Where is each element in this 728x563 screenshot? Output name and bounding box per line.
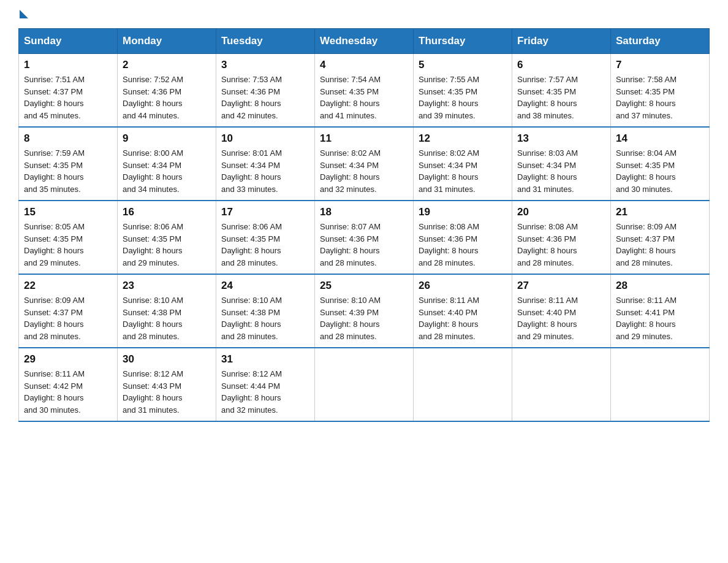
calendar-cell [611,348,710,421]
day-info: Sunrise: 8:02 AMSunset: 4:34 PMDaylight:… [419,148,479,194]
calendar-cell: 1 Sunrise: 7:51 AMSunset: 4:37 PMDayligh… [19,54,118,128]
calendar-cell: 17 Sunrise: 8:06 AMSunset: 4:35 PMDaylig… [216,201,315,274]
day-info: Sunrise: 7:55 AMSunset: 4:35 PMDaylight:… [419,75,479,120]
calendar-cell: 30 Sunrise: 8:12 AMSunset: 4:43 PMDaylig… [118,348,216,421]
calendar-cell: 5 Sunrise: 7:55 AMSunset: 4:35 PMDayligh… [414,54,512,128]
logo-triangle-icon [20,10,28,18]
calendar-cell [414,348,512,421]
calendar-cell: 8 Sunrise: 7:59 AMSunset: 4:35 PMDayligh… [19,127,118,201]
weekday-header-wednesday: Wednesday [315,29,414,54]
calendar-cell: 22 Sunrise: 8:09 AMSunset: 4:37 PMDaylig… [19,274,118,348]
day-info: Sunrise: 7:58 AMSunset: 4:35 PMDaylight:… [616,75,677,120]
day-info: Sunrise: 7:52 AMSunset: 4:36 PMDaylight:… [123,75,183,120]
day-info: Sunrise: 8:09 AMSunset: 4:37 PMDaylight:… [616,222,677,267]
day-number: 9 [123,132,211,145]
logo [18,12,28,18]
day-number: 21 [616,206,704,218]
day-info: Sunrise: 7:53 AMSunset: 4:36 PMDaylight:… [221,75,282,120]
header [18,12,710,18]
calendar-table: SundayMondayTuesdayWednesdayThursdayFrid… [18,28,710,422]
calendar-cell: 29 Sunrise: 8:11 AMSunset: 4:42 PMDaylig… [19,348,118,421]
calendar-cell: 12 Sunrise: 8:02 AMSunset: 4:34 PMDaylig… [414,127,512,201]
calendar-cell [512,348,611,421]
day-number: 19 [419,206,507,218]
calendar-cell: 23 Sunrise: 8:10 AMSunset: 4:38 PMDaylig… [118,274,216,348]
day-info: Sunrise: 8:00 AMSunset: 4:34 PMDaylight:… [123,148,183,194]
weekday-header-saturday: Saturday [611,29,710,54]
day-info: Sunrise: 8:03 AMSunset: 4:34 PMDaylight:… [517,148,578,194]
day-info: Sunrise: 8:11 AMSunset: 4:40 PMDaylight:… [419,296,479,341]
calendar-cell: 9 Sunrise: 8:00 AMSunset: 4:34 PMDayligh… [118,127,216,201]
day-number: 31 [221,353,309,366]
day-info: Sunrise: 7:54 AMSunset: 4:35 PMDaylight:… [320,75,381,120]
weekday-header-friday: Friday [512,29,611,54]
day-info: Sunrise: 8:10 AMSunset: 4:38 PMDaylight:… [221,296,282,341]
day-info: Sunrise: 8:10 AMSunset: 4:38 PMDaylight:… [123,296,183,341]
calendar-week-row: 29 Sunrise: 8:11 AMSunset: 4:42 PMDaylig… [19,348,710,421]
day-number: 22 [24,280,112,292]
calendar-cell: 16 Sunrise: 8:06 AMSunset: 4:35 PMDaylig… [118,201,216,274]
day-number: 18 [320,206,408,218]
weekday-header-tuesday: Tuesday [216,29,315,54]
calendar-cell: 26 Sunrise: 8:11 AMSunset: 4:40 PMDaylig… [414,274,512,348]
day-number: 30 [123,353,211,366]
day-info: Sunrise: 7:51 AMSunset: 4:37 PMDaylight:… [24,75,85,120]
day-number: 15 [24,206,112,218]
day-info: Sunrise: 8:06 AMSunset: 4:35 PMDaylight:… [221,222,282,267]
day-number: 24 [221,280,309,292]
day-number: 11 [320,132,408,145]
day-number: 5 [419,59,507,71]
day-info: Sunrise: 8:12 AMSunset: 4:43 PMDaylight:… [123,369,183,415]
day-number: 27 [517,280,605,292]
calendar-cell: 27 Sunrise: 8:11 AMSunset: 4:40 PMDaylig… [512,274,611,348]
day-info: Sunrise: 8:05 AMSunset: 4:35 PMDaylight:… [24,222,85,267]
day-number: 12 [419,132,507,145]
day-info: Sunrise: 8:01 AMSunset: 4:34 PMDaylight:… [221,148,282,194]
day-number: 23 [123,280,211,292]
weekday-header-monday: Monday [118,29,216,54]
day-info: Sunrise: 7:57 AMSunset: 4:35 PMDaylight:… [517,75,578,120]
day-number: 8 [24,132,112,145]
day-number: 10 [221,132,309,145]
weekday-header-sunday: Sunday [19,29,118,54]
day-number: 13 [517,132,605,145]
calendar-week-row: 1 Sunrise: 7:51 AMSunset: 4:37 PMDayligh… [19,54,710,128]
day-info: Sunrise: 8:09 AMSunset: 4:37 PMDaylight:… [24,296,85,341]
calendar-cell: 14 Sunrise: 8:04 AMSunset: 4:35 PMDaylig… [611,127,710,201]
calendar-cell: 20 Sunrise: 8:08 AMSunset: 4:36 PMDaylig… [512,201,611,274]
calendar-cell [315,348,414,421]
weekday-header-thursday: Thursday [414,29,512,54]
day-number: 1 [24,59,112,71]
day-info: Sunrise: 8:08 AMSunset: 4:36 PMDaylight:… [419,222,479,267]
calendar-cell: 28 Sunrise: 8:11 AMSunset: 4:41 PMDaylig… [611,274,710,348]
calendar-cell: 25 Sunrise: 8:10 AMSunset: 4:39 PMDaylig… [315,274,414,348]
day-info: Sunrise: 8:07 AMSunset: 4:36 PMDaylight:… [320,222,381,267]
day-info: Sunrise: 8:02 AMSunset: 4:34 PMDaylight:… [320,148,381,194]
day-number: 7 [616,59,704,71]
calendar-cell: 15 Sunrise: 8:05 AMSunset: 4:35 PMDaylig… [19,201,118,274]
day-number: 20 [517,206,605,218]
day-number: 25 [320,280,408,292]
calendar-cell: 4 Sunrise: 7:54 AMSunset: 4:35 PMDayligh… [315,54,414,128]
day-number: 26 [419,280,507,292]
day-number: 2 [123,59,211,71]
day-number: 6 [517,59,605,71]
day-info: Sunrise: 8:11 AMSunset: 4:41 PMDaylight:… [616,296,677,341]
calendar-cell: 19 Sunrise: 8:08 AMSunset: 4:36 PMDaylig… [414,201,512,274]
day-number: 17 [221,206,309,218]
calendar-cell: 24 Sunrise: 8:10 AMSunset: 4:38 PMDaylig… [216,274,315,348]
calendar-week-row: 15 Sunrise: 8:05 AMSunset: 4:35 PMDaylig… [19,201,710,274]
calendar-cell: 7 Sunrise: 7:58 AMSunset: 4:35 PMDayligh… [611,54,710,128]
calendar-week-row: 8 Sunrise: 7:59 AMSunset: 4:35 PMDayligh… [19,127,710,201]
day-info: Sunrise: 8:12 AMSunset: 4:44 PMDaylight:… [221,369,282,415]
calendar-week-row: 22 Sunrise: 8:09 AMSunset: 4:37 PMDaylig… [19,274,710,348]
calendar-cell: 18 Sunrise: 8:07 AMSunset: 4:36 PMDaylig… [315,201,414,274]
calendar-cell: 6 Sunrise: 7:57 AMSunset: 4:35 PMDayligh… [512,54,611,128]
day-info: Sunrise: 8:06 AMSunset: 4:35 PMDaylight:… [123,222,183,267]
day-info: Sunrise: 8:10 AMSunset: 4:39 PMDaylight:… [320,296,381,341]
day-info: Sunrise: 7:59 AMSunset: 4:35 PMDaylight:… [24,148,85,194]
day-info: Sunrise: 8:08 AMSunset: 4:36 PMDaylight:… [517,222,578,267]
calendar-header-row: SundayMondayTuesdayWednesdayThursdayFrid… [19,29,710,54]
calendar-cell: 31 Sunrise: 8:12 AMSunset: 4:44 PMDaylig… [216,348,315,421]
calendar-cell: 21 Sunrise: 8:09 AMSunset: 4:37 PMDaylig… [611,201,710,274]
